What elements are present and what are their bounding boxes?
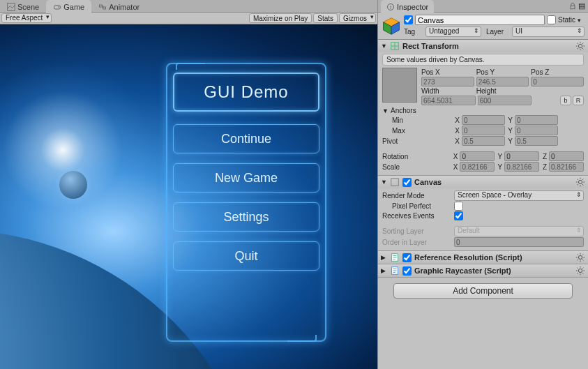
height-label: Height [476,87,529,95]
menu-quit-button[interactable]: Quit [173,241,319,271]
width-field[interactable] [421,96,476,105]
layer-popup[interactable]: UI [512,27,585,37]
inspector-tabs: i Inspector ▤ [378,0,588,13]
pixel-perfect-label: Pixel Perfect [382,202,452,210]
aspect-dropdown[interactable]: Free Aspect [1,13,52,23]
receives-events-checkbox[interactable] [454,211,463,220]
tab-animator[interactable]: Animator [91,0,146,13]
tab-scene-label: Scene [17,3,39,11]
svg-text:i: i [390,4,391,10]
svg-point-12 [578,44,582,47]
canvas-icon [390,177,400,187]
tag-popup[interactable]: Untagged [425,27,481,37]
object-header: Static ▾ Tag Untagged Layer UI [378,13,588,40]
anchors-label: Anchors [391,107,416,114]
anchor-max-x[interactable] [462,126,505,135]
panel-menu-icon[interactable]: ▤ [578,1,585,10]
svg-rect-7 [571,6,575,9]
scale-z[interactable] [549,162,584,172]
order-in-layer-field [454,237,584,247]
canvas-header[interactable]: ▼ Canvas [378,176,588,188]
render-mode-popup[interactable]: Screen Space - Overlay [454,190,584,201]
blueprint-mode-button[interactable]: b [560,96,571,105]
menu-new-game-button[interactable]: New Game [173,163,319,193]
tab-scene[interactable]: Scene [0,0,46,13]
tab-game[interactable]: Game [46,0,91,13]
render-mode-label: Render Mode [382,192,452,199]
scene-icon [7,3,15,11]
sorting-layer-label: Sorting Layer [382,227,452,235]
menu-settings-button[interactable]: Settings [173,202,319,232]
lock-icon[interactable] [568,2,577,10]
ref-res-title: Reference Resolution (Script) [414,253,573,262]
svg-point-2 [59,6,60,8]
anchor-min-x[interactable] [462,115,505,125]
view-tabs: Scene Game Animator [0,0,377,13]
ref-res-enabled-checkbox[interactable] [402,253,412,262]
svg-point-14 [578,180,582,183]
rect-transform-header[interactable]: ▼ Rect Transform [378,40,588,52]
add-component-button[interactable]: Add Component [393,283,573,299]
scale-y[interactable] [504,162,539,172]
menu-continue-button[interactable]: Continue [173,124,319,153]
inspector-icon: i [386,3,395,11]
rot-z[interactable] [549,151,584,161]
height-field[interactable] [478,96,532,105]
gear-icon[interactable] [575,41,585,51]
tab-game-label: Game [63,3,84,11]
svg-rect-3 [100,5,103,7]
raycaster-title: Graphic Raycaster (Script) [414,266,573,275]
fold-icon: ▼ [381,43,387,50]
static-dropdown-icon[interactable]: ▾ [578,17,585,24]
canvas-component: ▼ Canvas Render Mode Screen Space - Over… [378,176,588,251]
game-panel: Scene Game Animator Free Aspect Maximize… [0,0,377,369]
posz-field[interactable] [531,77,584,86]
gameobject-cube-icon [382,16,401,36]
rot-y[interactable] [504,151,539,161]
anchor-min-y[interactable] [515,115,558,125]
layer-label: Layer [486,28,510,36]
anchor-max-y[interactable] [515,126,558,135]
gameobject-name-field[interactable] [415,15,545,25]
gizmos-toggle[interactable]: Gizmos [339,13,376,23]
static-checkbox[interactable] [547,15,556,24]
pivot-x[interactable] [462,136,505,146]
gameobject-active-checkbox[interactable] [404,15,413,24]
reference-resolution-header[interactable]: ▶ Reference Resolution (Script) [378,251,588,264]
scale-x[interactable] [460,162,495,172]
maximize-on-play-toggle[interactable]: Maximize on Play [249,13,312,23]
anchors-fold-icon[interactable]: ▼ [382,107,389,114]
gear-icon[interactable] [575,177,585,187]
gear-icon[interactable] [575,266,585,276]
posx-field[interactable] [421,77,474,86]
anchor-max-label: Max [382,127,452,135]
anchor-preset-thumb[interactable] [382,68,417,103]
pivot-y[interactable] [515,136,558,146]
posy-field[interactable] [476,77,529,86]
inspector-panel: i Inspector ▤ Static ▾ Tag Untagged Laye… [377,0,588,369]
fold-icon: ▶ [381,254,387,261]
reference-resolution-component: ▶ Reference Resolution (Script) [378,251,588,264]
stats-toggle[interactable]: Stats [313,13,338,23]
svg-point-18 [578,269,582,272]
game-icon [53,3,61,11]
posx-label: Pos X [421,68,474,76]
game-view: GUI Demo Continue New Game Settings Quit [0,24,377,369]
svg-rect-4 [103,7,106,9]
canvas-title: Canvas [414,178,573,186]
rotation-label: Rotation [382,153,451,160]
tag-label: Tag [404,28,423,36]
pixel-perfect-checkbox[interactable] [454,202,463,211]
raycaster-enabled-checkbox[interactable] [402,266,412,276]
canvas-enabled-checkbox[interactable] [402,178,412,187]
menu-title: GUI Demo [173,73,319,112]
tab-inspector[interactable]: i Inspector [381,0,434,13]
rot-x[interactable] [460,151,495,161]
gear-icon[interactable] [575,253,585,262]
scale-label: Scale [382,163,451,171]
rect-transform-component: ▼ Rect Transform Some values driven by C… [378,40,588,176]
fold-icon: ▶ [381,267,387,274]
raw-edit-button[interactable]: R [573,96,584,105]
svg-point-16 [578,255,582,259]
graphic-raycaster-header[interactable]: ▶ Graphic Raycaster (Script) [378,264,588,277]
